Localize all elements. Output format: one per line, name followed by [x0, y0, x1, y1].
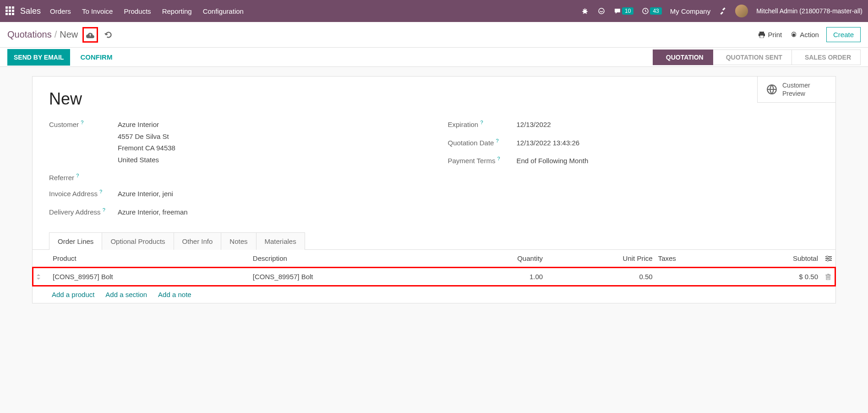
svg-rect-3: [759, 32, 764, 33]
username[interactable]: Mitchell Admin (21800778-master-all): [756, 7, 863, 15]
tab-materiales[interactable]: Materiales: [256, 232, 305, 250]
save-button[interactable]: [82, 27, 98, 43]
globe-icon: [766, 83, 778, 95]
cell-quantity[interactable]: 1.00: [449, 267, 546, 286]
tab-order-lines[interactable]: Order Lines: [49, 232, 102, 250]
delete-row-icon[interactable]: [822, 267, 835, 286]
svg-point-12: [829, 258, 831, 259]
col-description[interactable]: Description: [249, 250, 449, 267]
add-note-link[interactable]: Add a note: [158, 291, 191, 298]
payment-terms-label: Payment Terms ?: [448, 155, 517, 165]
expiration-label: Expiration ?: [448, 119, 517, 128]
tab-other-info[interactable]: Other Info: [174, 232, 222, 250]
form-title: New: [49, 89, 819, 109]
invoice-address-field[interactable]: Azure Interior, jeni: [118, 188, 420, 200]
svg-point-1: [599, 8, 604, 14]
button-box: CustomerPreview: [757, 77, 835, 103]
status-stages: QUOTATION QUOTATION SENT SALES ORDER: [653, 50, 861, 65]
customer-preview-label: CustomerPreview: [782, 81, 810, 98]
print-button[interactable]: Print: [758, 31, 782, 39]
col-taxes[interactable]: Taxes: [656, 250, 726, 267]
help-icon[interactable]: ?: [496, 138, 499, 143]
add-section-link[interactable]: Add a section: [105, 291, 147, 298]
col-product[interactable]: Product: [49, 250, 249, 267]
help-icon[interactable]: ?: [81, 120, 83, 125]
send-by-email-button[interactable]: SEND BY EMAIL: [7, 49, 70, 66]
add-product-link[interactable]: Add a product: [52, 291, 94, 298]
create-button[interactable]: Create: [826, 27, 861, 42]
help-icon[interactable]: ?: [480, 120, 483, 125]
menu-configuration[interactable]: Configuration: [203, 7, 244, 15]
svg-point-11: [826, 256, 828, 258]
cell-product[interactable]: [CONS_89957] Bolt: [49, 267, 249, 286]
tools-icon[interactable]: [719, 7, 727, 15]
svg-point-13: [827, 259, 829, 261]
form-sheet: CustomerPreview New Customer ? Azure Int…: [32, 76, 836, 303]
cell-taxes[interactable]: [656, 267, 726, 286]
payment-terms-field[interactable]: End of Following Month: [517, 155, 819, 167]
cell-subtotal: $ 0.50: [726, 267, 822, 286]
breadcrumb-parent[interactable]: Quotations: [7, 29, 52, 40]
breadcrumb-bar: Quotations / New Print Action Create: [0, 22, 868, 48]
menu-orders[interactable]: Orders: [50, 7, 71, 15]
support-icon[interactable]: [597, 7, 606, 15]
delivery-address-label: Delivery Address ?: [49, 206, 118, 216]
menu-products[interactable]: Products: [124, 7, 151, 15]
status-bar: SEND BY EMAIL CONFIRM QUOTATION QUOTATIO…: [0, 48, 868, 67]
customer-field[interactable]: Azure Interior 4557 De Silva St Fremont …: [118, 119, 420, 165]
cell-unit-price[interactable]: 0.50: [546, 267, 656, 286]
activities-badge: 43: [650, 7, 661, 15]
quotation-date-field[interactable]: 12/13/2022 13:43:26: [517, 137, 819, 149]
customer-label: Customer ?: [49, 119, 118, 128]
help-icon[interactable]: ?: [99, 189, 102, 194]
breadcrumb-current: New: [60, 29, 78, 40]
messages-badge: 10: [622, 7, 633, 15]
help-icon[interactable]: ?: [76, 173, 79, 178]
customer-preview-button[interactable]: CustomerPreview: [758, 77, 835, 102]
messages-icon[interactable]: 10: [614, 7, 633, 15]
svg-point-6: [792, 33, 795, 36]
main-menu: Orders To Invoice Products Reporting Con…: [50, 7, 581, 15]
invoice-address-label: Invoice Address ?: [49, 188, 118, 198]
help-icon[interactable]: ?: [103, 207, 105, 213]
tab-optional-products[interactable]: Optional Products: [102, 232, 174, 250]
stage-sales-order[interactable]: SALES ORDER: [792, 50, 861, 65]
tab-notes[interactable]: Notes: [221, 232, 256, 250]
discard-button[interactable]: [104, 31, 113, 39]
menu-reporting[interactable]: Reporting: [162, 7, 192, 15]
apps-icon[interactable]: [5, 6, 15, 16]
col-unit-price[interactable]: Unit Price: [546, 250, 656, 267]
action-button[interactable]: Action: [790, 31, 819, 39]
stage-quotation-sent[interactable]: QUOTATION SENT: [713, 50, 792, 65]
order-lines-table: Product Description Quantity Unit Price …: [33, 250, 835, 286]
expiration-field[interactable]: 12/13/2022: [517, 119, 819, 131]
form-tabs: Order Lines Optional Products Other Info…: [33, 232, 835, 250]
company-selector[interactable]: My Company: [670, 7, 710, 15]
order-line-row[interactable]: [CONS_89957] Bolt [CONS_89957] Bolt 1.00…: [33, 267, 835, 286]
col-quantity[interactable]: Quantity: [449, 250, 546, 267]
add-links: Add a product Add a section Add a note: [33, 286, 835, 303]
debug-icon[interactable]: [581, 7, 589, 15]
confirm-button[interactable]: CONFIRM: [74, 49, 119, 66]
referrer-label: Referrer ?: [49, 172, 118, 182]
svg-rect-5: [760, 35, 764, 38]
help-icon[interactable]: ?: [497, 156, 500, 161]
app-brand[interactable]: Sales: [20, 6, 41, 16]
stage-quotation[interactable]: QUOTATION: [653, 50, 713, 65]
quotation-date-label: Quotation Date ?: [448, 137, 517, 147]
user-avatar[interactable]: [735, 5, 748, 17]
drag-handle-icon[interactable]: [33, 267, 49, 286]
activities-icon[interactable]: 43: [642, 7, 661, 15]
columns-options-icon[interactable]: [822, 250, 835, 267]
menu-to-invoice[interactable]: To Invoice: [82, 7, 113, 15]
top-navbar: Sales Orders To Invoice Products Reporti…: [0, 0, 868, 22]
delivery-address-field[interactable]: Azure Interior, freeman: [118, 206, 420, 218]
cell-description[interactable]: [CONS_89957] Bolt: [249, 267, 449, 286]
breadcrumb-separator: /: [55, 29, 57, 40]
col-subtotal[interactable]: Subtotal: [726, 250, 822, 267]
